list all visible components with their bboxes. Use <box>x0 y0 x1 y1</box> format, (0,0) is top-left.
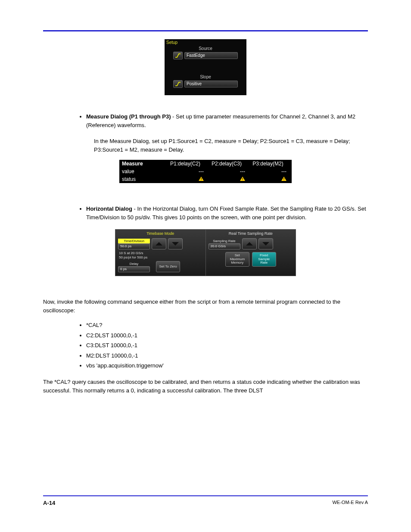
arrow-down-icon <box>172 242 179 246</box>
measure-value-p3: --- <box>249 168 291 174</box>
timebase-info-line2: 50 ps/pt for 500 ps <box>119 255 203 260</box>
timebase-info-line1: 10 S at 20 GS/s <box>119 251 203 255</box>
measure-h2: P2:delay(C3) <box>208 161 249 167</box>
cmd-c3: C3:DLST 10000,0,-1 <box>86 341 368 350</box>
bullet1-lead: Measure Dialog (P1 through P3) <box>86 113 172 120</box>
cmd-m2: M2:DLST 10000,0,-1 <box>86 352 368 360</box>
measure-status-p2 <box>208 176 249 182</box>
time-division-value[interactable]: 50.0 ps <box>118 243 150 249</box>
cmd-vbs: vbs 'app.acquisition.triggernow' <box>86 361 368 370</box>
bullet1-detail: In the Measure Dialog, set up P1:Source1… <box>94 137 368 154</box>
setup-panel: Setup Source FastEdge Slope Positive <box>165 39 246 95</box>
set-to-zero-button[interactable]: Set To Zero <box>156 261 180 272</box>
para-after-cmds: The *CAL? query causes the oscilloscope … <box>43 378 368 395</box>
sampling-rate-value[interactable]: 20.0 GS/s <box>209 243 240 249</box>
bullet-horizontal-dialog: Horizontal Dialog - In the Horizontal Di… <box>86 205 368 221</box>
header-rule <box>43 30 368 31</box>
source-value[interactable]: FastEdge <box>184 52 238 59</box>
timebase-panel: Timebase Mode Time/Division 50.0 ps 10 S… <box>115 229 296 276</box>
timebase-info: 10 S at 20 GS/s 50 ps/pt for 500 ps <box>119 251 203 259</box>
page-number: A-14 <box>43 500 55 506</box>
footer-rule <box>43 495 368 496</box>
measure-status-p3 <box>249 176 291 182</box>
arrow-up-icon <box>246 242 253 246</box>
setup-title: Setup <box>166 40 177 45</box>
time-div-up-button[interactable] <box>152 238 166 249</box>
time-division-label: Time/Division <box>118 239 150 243</box>
measure-h3: P3:delay(M2) <box>249 161 291 167</box>
doc-id: WE-OM-E Rev A <box>332 500 368 506</box>
slope-value[interactable]: Positive <box>184 81 238 87</box>
set-max-memory-button[interactable]: Set Maximum Memory <box>225 252 249 267</box>
sampling-rate-title: Real Time Sampling Rate <box>209 231 293 236</box>
warning-icon <box>240 177 245 181</box>
sampling-rate-up-button[interactable] <box>242 238 257 249</box>
slope-positive-icon[interactable] <box>173 80 183 88</box>
sequence-intro: Now, invoke the following command sequen… <box>43 298 368 315</box>
measure-h0: Measure <box>119 161 167 167</box>
measure-panel: Measure P1:delay(C2) P2:delay(C3) P3:del… <box>119 160 292 183</box>
footer: A-14 WE-OM-E Rev A <box>43 482 368 506</box>
edge-rise-icon[interactable] <box>173 52 183 59</box>
timebase-mode-title: Timebase Mode <box>118 231 203 236</box>
warning-icon <box>199 177 204 181</box>
bullet-measure-dialog: Measure Dialog (P1 through P3) - Set up … <box>86 112 368 129</box>
sampling-rate-label: Sampling Rate <box>209 239 240 243</box>
delay-label: Delay <box>118 261 150 266</box>
bullet2-lead: Horizontal Dialog <box>86 205 134 212</box>
source-label: Source <box>173 46 238 51</box>
arrow-up-icon <box>156 242 162 246</box>
time-div-down-button[interactable] <box>168 238 183 249</box>
slope-label: Slope <box>173 75 238 79</box>
measure-status-p1 <box>167 176 208 182</box>
measure-status-label: status <box>119 176 167 182</box>
cmd-cal: *CAL? <box>86 321 368 330</box>
measure-value-p2: --- <box>208 168 249 174</box>
delay-value[interactable]: 0 ps <box>118 266 150 272</box>
measure-value-label: value <box>119 168 167 174</box>
measure-h1: P1:delay(C2) <box>167 161 208 167</box>
fixed-sample-rate-button[interactable]: Fixed Sample Rate <box>252 252 276 267</box>
arrow-down-icon <box>262 242 269 246</box>
measure-value-p1: --- <box>167 168 208 174</box>
cmd-c2: C2:DLST 10000,0,-1 <box>86 331 368 340</box>
sampling-rate-down-button[interactable] <box>258 238 273 249</box>
warning-icon <box>281 177 286 181</box>
